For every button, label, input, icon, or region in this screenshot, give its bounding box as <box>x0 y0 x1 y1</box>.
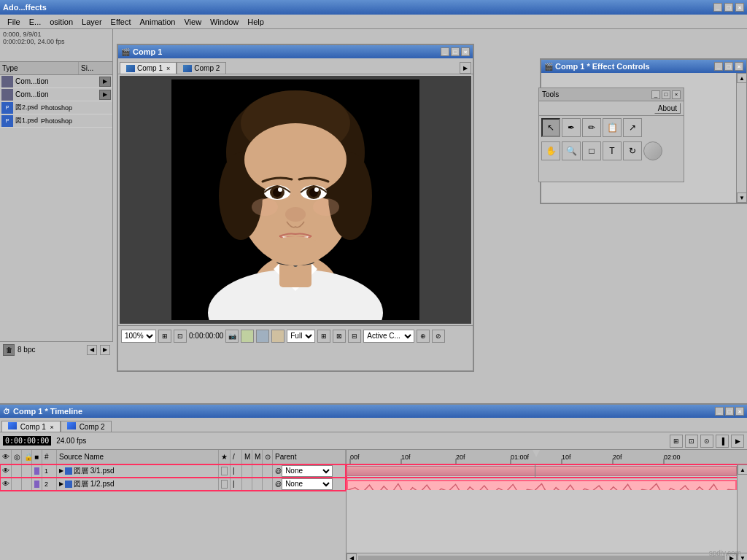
tool-extra1[interactable]: ↗ <box>623 118 642 137</box>
comp-ctrl-btn8[interactable]: ⊠ <box>333 330 346 343</box>
comp2-expand[interactable]: ▶ <box>99 90 111 100</box>
tools-minimize[interactable]: _ <box>651 90 660 99</box>
app-title: Ado...ffects <box>3 3 47 12</box>
tool-hand[interactable]: ✋ <box>541 141 560 160</box>
comp1-tab1-close[interactable]: × <box>166 65 170 72</box>
ec-scroll-up[interactable]: ▲ <box>737 73 747 83</box>
tool-arrow[interactable]: ↖ <box>541 118 560 137</box>
comp-ctrl-btn10[interactable]: ⊕ <box>417 330 430 343</box>
comp-ctrl-btn9[interactable]: ⊟ <box>348 330 361 343</box>
project-scroll-left[interactable]: ◀ <box>87 345 97 355</box>
project-item-psd2: 図2.psd <box>15 103 38 112</box>
menu-view[interactable]: View <box>179 17 206 27</box>
ec-close[interactable]: × <box>735 62 743 71</box>
app-minimize-button[interactable]: _ <box>713 3 722 12</box>
ec-scrollbar: ▲ ▼ <box>736 73 746 203</box>
tools-about-row: About <box>539 101 684 116</box>
menu-file[interactable]: File <box>3 17 25 27</box>
layer1-lock[interactable] <box>22 464 32 477</box>
project-row-comp2[interactable]: Com...tion ▶ <box>0 88 112 101</box>
about-button[interactable]: About <box>654 103 681 114</box>
track-scroll-left[interactable]: ◀ <box>347 553 357 561</box>
layer2-m3 <box>263 478 273 490</box>
comp-ctrl-btn7[interactable]: ⊞ <box>317 330 330 343</box>
tl-btn-settings[interactable]: ⊡ <box>685 435 698 448</box>
comp1-close[interactable]: × <box>461 47 470 56</box>
layer1-solo[interactable] <box>12 464 22 477</box>
layer1-expand[interactable]: ▶ <box>59 467 63 474</box>
tool-zoom[interactable]: 🔍 <box>562 141 581 160</box>
app-maximize-button[interactable]: □ <box>724 3 733 12</box>
comp1-maximize[interactable]: □ <box>451 47 460 56</box>
tl-col-lock: 🔒 <box>22 450 32 464</box>
comp-ctrl-btn5[interactable] <box>256 330 269 343</box>
tools-close[interactable]: × <box>672 90 681 99</box>
tool-rect[interactable]: □ <box>582 141 601 160</box>
menu-window[interactable]: Window <box>206 17 243 27</box>
project-item-psd2-type: Photoshop <box>41 104 72 112</box>
comp1-ram-preview[interactable]: ▶ <box>460 62 471 74</box>
zoom-select[interactable]: 100% <box>121 330 156 343</box>
comp-ctrl-btn3[interactable]: 📷 <box>225 330 239 343</box>
comp-ctrl-btn2[interactable]: ⊡ <box>174 330 187 343</box>
camera-select[interactable]: Active C... <box>363 330 414 343</box>
timecode-display: 0:00:00:00 <box>189 332 223 340</box>
layer1-m2 <box>252 464 263 477</box>
tl-btn-audio[interactable]: ▐ <box>716 435 729 448</box>
tool-pen[interactable]: ✒ <box>562 118 581 137</box>
ec-minimize[interactable]: _ <box>714 62 723 71</box>
ec-scroll-down[interactable]: ▼ <box>737 192 747 203</box>
timeline-tab-comp2[interactable]: Comp 2 <box>61 421 112 432</box>
comp1-minimize[interactable]: _ <box>441 47 449 56</box>
tool-brush[interactable]: ✏ <box>582 118 601 137</box>
menu-composition[interactable]: osition <box>45 17 77 27</box>
effect-controls-title-bar: 🎬 Comp 1 * Effect Controls _ □ × <box>541 60 746 73</box>
menu-edit[interactable]: E... <box>25 17 46 27</box>
timeline-layer-1[interactable]: 👁 1 ▶ 図層 3/1.psd | <box>0 464 346 478</box>
track-scroll-up[interactable]: ▲ <box>738 464 747 475</box>
layer2-eye[interactable]: 👁 <box>0 478 12 490</box>
layer2-parent-select[interactable]: None <box>282 478 333 490</box>
project-row-comp1[interactable]: Com...tion ▶ <box>0 75 112 88</box>
layer2-lock[interactable] <box>22 478 32 490</box>
timeline-minimize[interactable]: _ <box>715 407 724 416</box>
tool-clone[interactable]: 📋 <box>603 118 622 137</box>
quality-select[interactable]: Full <box>287 330 315 343</box>
layer2-solo[interactable] <box>12 478 22 490</box>
app-close-button[interactable]: × <box>735 3 744 12</box>
tl-btn-parent[interactable]: ⊙ <box>700 435 713 448</box>
comp1-tab-comp2[interactable]: Comp 2 <box>177 62 226 74</box>
timeline-maximize[interactable]: □ <box>725 407 734 416</box>
tool-rotate[interactable]: ↻ <box>623 141 642 160</box>
comp-ctrl-btn1[interactable]: ⊞ <box>158 330 171 343</box>
comp-ctrl-btn4[interactable] <box>241 330 254 343</box>
comp1-expand[interactable]: ▶ <box>99 77 111 87</box>
track-scrollbar-h: ◀ ▶ <box>347 553 737 560</box>
layer2-expand[interactable]: ▶ <box>59 481 63 487</box>
comp-ctrl-btn11[interactable]: ⊘ <box>432 330 445 343</box>
timeline-close[interactable]: × <box>735 407 744 416</box>
ec-maximize[interactable]: □ <box>724 62 733 71</box>
project-row-psd2[interactable]: P 図2.psd Photoshop <box>0 101 112 114</box>
menu-layer[interactable]: Layer <box>77 17 107 27</box>
timeline-layer-2[interactable]: 👁 2 ▶ 図層 1/2.psd | <box>0 478 346 491</box>
menu-animation[interactable]: Animation <box>136 17 180 27</box>
comp-ctrl-btn6[interactable] <box>271 330 285 343</box>
project-bpc: 8 bpc <box>18 346 35 354</box>
layer1-eye[interactable]: 👁 <box>0 464 12 477</box>
timeline-tab-comp1[interactable]: Comp 1 × <box>1 421 61 432</box>
comp1-tab-comp1[interactable]: Comp 1 × <box>120 62 177 74</box>
menu-effect[interactable]: Effect <box>107 17 136 27</box>
layer1-parent-select[interactable]: None <box>282 465 333 477</box>
project-scroll-right[interactable]: ▶ <box>100 345 110 355</box>
tool-text[interactable]: T <box>603 141 622 160</box>
project-row-psd1[interactable]: P 図1.psd Photoshop <box>0 114 112 128</box>
menu-help[interactable]: Help <box>243 17 268 27</box>
tl-btn-play[interactable]: ▶ <box>731 435 744 448</box>
tl-btn-new-comp[interactable]: ⊞ <box>670 435 683 448</box>
layer1-psd-icon <box>65 467 72 475</box>
timeline-tab1-close[interactable]: × <box>50 424 54 431</box>
tool-extra2[interactable] <box>643 141 662 160</box>
project-trash[interactable]: 🗑 <box>3 344 15 356</box>
tools-maximize[interactable]: □ <box>662 90 670 99</box>
